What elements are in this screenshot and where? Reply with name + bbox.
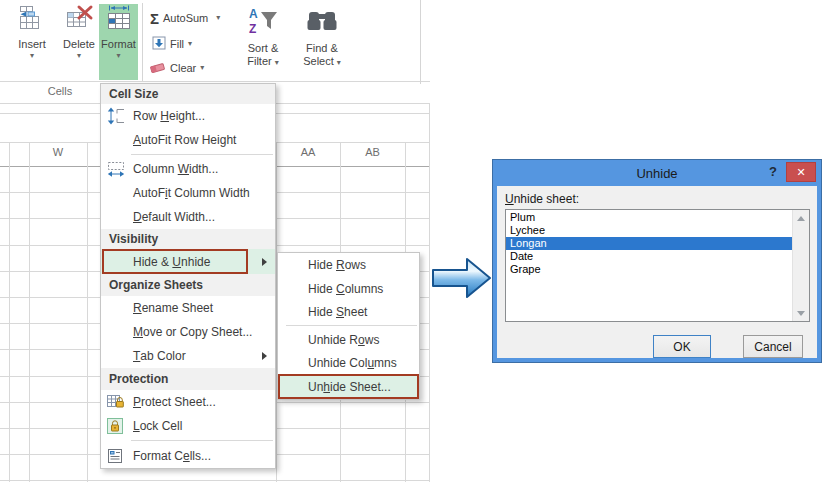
delete-label: Delete — [63, 38, 95, 50]
menu-item-row-height[interactable]: Row Height... — [101, 104, 275, 128]
ribbon-group-divider — [142, 3, 143, 81]
insert-label: Insert — [18, 38, 46, 50]
dialog-titlebar[interactable]: Unhide ? ✕ — [493, 160, 821, 186]
hide-unhide-submenu: Hide Rows Hide Columns Hide Sheet Unhide… — [277, 252, 420, 400]
column-width-icon — [106, 160, 126, 178]
menu-item-move-or-copy-sheet[interactable]: Move or Copy Sheet... — [101, 320, 275, 344]
chevron-down-icon: ▾ — [116, 52, 120, 60]
submenu-item-hide-columns[interactable]: Hide Columns — [278, 277, 419, 300]
sort-filter-label-line1: Sort & — [248, 42, 279, 55]
cells-group-label: Cells — [20, 85, 100, 97]
chevron-down-icon: ▾ — [275, 58, 279, 67]
delete-button[interactable]: Delete ▾ — [57, 4, 101, 80]
dialog-body: Unhide sheet: Plum Lychee Longan Date Gr… — [497, 186, 817, 358]
chevron-down-icon: ▾ — [216, 14, 220, 22]
binoculars-icon — [305, 5, 339, 42]
fill-label: Fill — [170, 38, 184, 50]
sheet-listbox[interactable]: Plum Lychee Longan Date Grape — [505, 209, 810, 322]
clear-button[interactable]: Clear ▾ — [150, 58, 204, 78]
submenu-item-hide-sheet[interactable]: Hide Sheet — [278, 300, 419, 323]
unhide-dialog: Unhide ? ✕ Unhide sheet: Plum Lychee Lon… — [492, 159, 822, 363]
submenu-arrow-icon — [262, 258, 267, 266]
svg-text:A: A — [249, 7, 258, 21]
menu-item-autofit-row-height[interactable]: AutoFit Row Height — [101, 128, 275, 152]
chevron-down-icon: ▾ — [200, 64, 204, 72]
gridline — [87, 142, 88, 482]
find-select-label-line1: Find & — [306, 42, 338, 55]
clear-label: Clear — [170, 62, 196, 74]
annotation-arrow-icon — [430, 252, 494, 308]
chevron-down-icon: ▾ — [188, 40, 192, 48]
menu-header-visibility: Visibility — [101, 229, 275, 249]
submenu-item-unhide-columns[interactable]: Unhide Columns — [278, 351, 419, 374]
ok-button[interactable]: OK — [653, 335, 711, 358]
gridline — [29, 142, 30, 482]
find-select-label-line2: Select ▾ — [303, 55, 341, 68]
row-height-icon — [106, 107, 126, 125]
list-item-sheet-selected[interactable]: Longan — [506, 237, 793, 250]
chevron-down-icon — [797, 311, 805, 316]
submenu-item-hide-rows[interactable]: Hide Rows — [278, 253, 419, 277]
menu-item-tab-color[interactable]: Tab Color — [101, 344, 275, 368]
sort-filter-icon: A Z — [248, 5, 278, 42]
column-header-ab[interactable]: AB — [340, 146, 405, 158]
lock-icon — [106, 417, 126, 435]
menu-item-rename-sheet[interactable]: Rename Sheet — [101, 296, 275, 320]
scrollbar-up-button[interactable] — [793, 210, 809, 226]
sheet-list: Plum Lychee Longan Date Grape — [506, 211, 793, 276]
close-icon: ✕ — [796, 166, 805, 179]
menu-item-autofit-column-width[interactable]: AutoFit Column Width — [101, 181, 275, 205]
list-item-sheet[interactable]: Date — [506, 250, 793, 263]
menu-header-protection: Protection — [101, 368, 275, 390]
cancel-button[interactable]: Cancel — [743, 335, 803, 358]
menu-header-cell-size: Cell Size — [101, 84, 275, 104]
scrollbar[interactable] — [792, 210, 809, 321]
sigma-icon: Σ — [150, 11, 159, 26]
annotation-highlight-box — [102, 249, 248, 274]
screenshot-root: W AA AB Cells Insert ▾ — [0, 0, 826, 487]
menu-item-format-cells[interactable]: Format Cells... — [101, 443, 275, 468]
scrollbar-down-button[interactable] — [793, 305, 809, 321]
delete-cells-icon — [64, 4, 94, 36]
column-header-aa[interactable]: AA — [276, 146, 340, 158]
protect-sheet-icon — [106, 393, 126, 411]
dialog-title: Unhide — [636, 166, 677, 181]
close-button[interactable]: ✕ — [786, 162, 816, 182]
autosum-button[interactable]: Σ AutoSum ▾ — [150, 8, 220, 28]
list-item-sheet[interactable]: Grape — [506, 263, 793, 276]
menu-header-organize-sheets: Organize Sheets — [101, 274, 275, 296]
menu-item-hide-unhide[interactable]: Hide & Unhide — [101, 249, 275, 274]
format-cells-grid-icon — [104, 4, 134, 36]
gridline — [9, 142, 10, 482]
eraser-icon — [150, 61, 166, 76]
format-label: Format — [101, 38, 136, 50]
insert-button[interactable]: Insert ▾ — [8, 4, 56, 80]
submenu-item-unhide-sheet[interactable]: Unhide Sheet... — [278, 374, 419, 399]
svg-text:Z: Z — [249, 22, 256, 36]
column-header-w[interactable]: W — [29, 146, 87, 158]
chevron-up-icon — [797, 216, 805, 221]
menu-item-column-width[interactable]: Column Width... — [101, 157, 275, 181]
help-button[interactable]: ? — [769, 164, 777, 179]
submenu-item-unhide-rows[interactable]: Unhide Rows — [278, 328, 419, 351]
gridline — [0, 81, 430, 82]
format-button[interactable]: Format ▾ — [99, 4, 138, 80]
menu-item-lock-cell[interactable]: Lock Cell — [101, 414, 275, 438]
list-item-sheet[interactable]: Plum — [506, 211, 793, 224]
chevron-down-icon: ▾ — [30, 52, 34, 60]
fill-button[interactable]: Fill ▾ — [152, 34, 192, 54]
autosum-label: AutoSum — [163, 12, 208, 24]
unhide-sheet-label: Unhide sheet: — [505, 192, 579, 206]
ribbon-group-divider — [420, 0, 421, 84]
list-item-sheet[interactable]: Lychee — [506, 224, 793, 237]
find-select-button[interactable]: Find & Select ▾ — [294, 5, 350, 68]
sort-filter-label-line2: Filter ▾ — [247, 55, 279, 68]
chevron-down-icon: ▾ — [337, 58, 341, 67]
menu-item-protect-sheet[interactable]: Protect Sheet... — [101, 390, 275, 414]
menu-item-default-width[interactable]: Default Width... — [101, 205, 275, 229]
format-cells-dialog-icon — [106, 447, 126, 465]
fill-down-icon — [152, 36, 166, 52]
format-dropdown-menu: Cell Size Row Height... AutoFit Row Heig… — [100, 83, 276, 469]
sort-filter-button[interactable]: A Z Sort & Filter ▾ — [238, 5, 288, 68]
annotation-highlight-box — [278, 374, 419, 399]
